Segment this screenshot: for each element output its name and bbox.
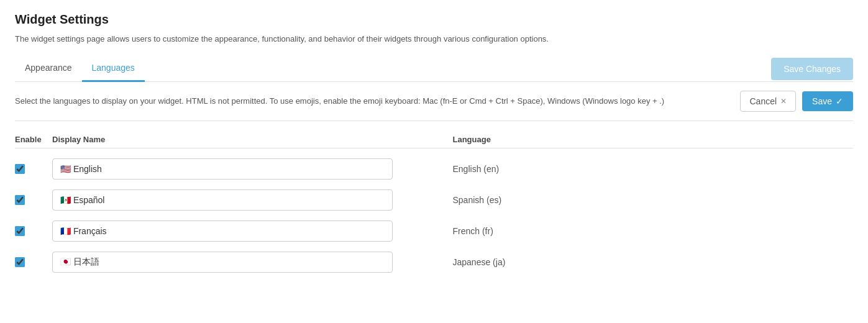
language-rows: English (en) Spanish (es) French (fr) (15, 153, 853, 278)
display-name-cell-2 (52, 221, 453, 242)
checkbox-cell-2 (15, 226, 52, 236)
language-checkbox-2[interactable] (15, 226, 25, 236)
check-icon: ✓ (836, 96, 843, 106)
col-header-display-name: Display Name (52, 135, 453, 144)
page-container: Widget Settings The widget settings page… (0, 0, 868, 323)
save-button[interactable]: Save ✓ (802, 91, 853, 111)
language-checkbox-3[interactable] (15, 257, 25, 267)
language-label-2: French (fr) (453, 226, 854, 236)
info-text: Select the languages to display on your … (15, 95, 728, 107)
language-checkbox-1[interactable] (15, 195, 25, 205)
checkbox-cell-1 (15, 195, 52, 205)
language-row: French (fr) (15, 216, 853, 247)
language-row: Japanese (ja) (15, 247, 853, 278)
tabs-bar: Appearance Languages Save Changes (15, 57, 853, 82)
language-checkbox-0[interactable] (15, 164, 25, 174)
col-header-enable: Enable (15, 135, 52, 144)
tab-appearance[interactable]: Appearance (15, 57, 82, 82)
display-name-input-1[interactable] (52, 189, 393, 211)
page-title: Widget Settings (15, 12, 853, 27)
language-label-3: Japanese (ja) (453, 257, 854, 267)
language-label-1: Spanish (es) (453, 195, 854, 205)
tab-languages[interactable]: Languages (82, 57, 145, 82)
x-icon: ✕ (780, 97, 787, 106)
display-name-input-2[interactable] (52, 221, 393, 242)
display-name-cell-3 (52, 252, 453, 273)
display-name-cell-1 (52, 189, 453, 211)
save-changes-button[interactable]: Save Changes (771, 58, 853, 80)
language-row: Spanish (es) (15, 184, 853, 216)
info-actions: Cancel ✕ Save ✓ (740, 91, 853, 112)
language-label-0: English (en) (453, 164, 854, 174)
cancel-label: Cancel (749, 96, 777, 106)
table-header: Enable Display Name Language (15, 131, 853, 148)
checkbox-cell-3 (15, 257, 52, 267)
page-description: The widget settings page allows users to… (15, 33, 853, 45)
info-bar: Select the languages to display on your … (15, 82, 853, 121)
language-row: English (en) (15, 153, 853, 184)
cancel-button[interactable]: Cancel ✕ (740, 91, 796, 112)
save-label: Save (812, 96, 832, 106)
display-name-cell-0 (52, 158, 453, 180)
display-name-input-3[interactable] (52, 252, 393, 273)
checkbox-cell-0 (15, 164, 52, 174)
col-header-language: Language (453, 135, 854, 144)
display-name-input-0[interactable] (52, 158, 393, 180)
